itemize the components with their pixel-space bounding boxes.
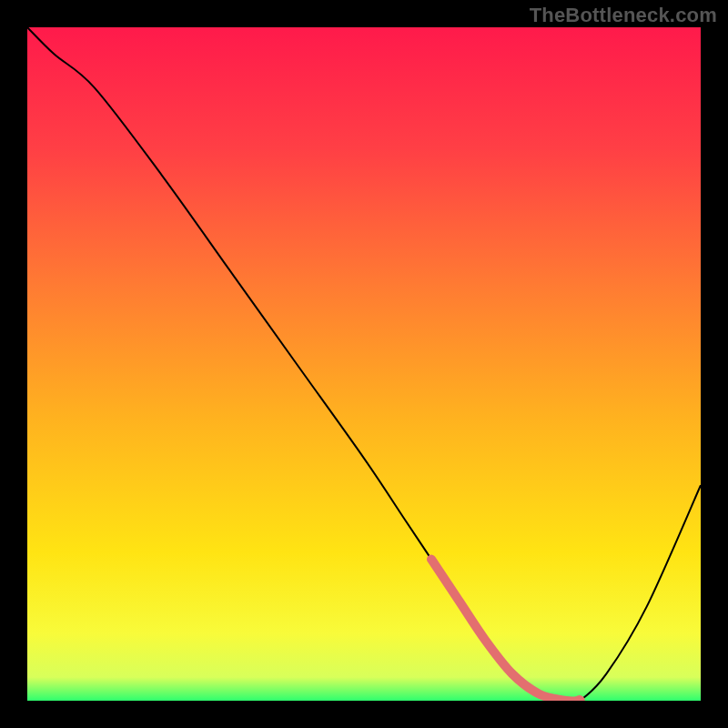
chart-container: TheBottleneck.com <box>0 0 728 728</box>
watermark-text: TheBottleneck.com <box>530 4 717 27</box>
gradient-background <box>27 27 701 701</box>
chart-svg <box>27 27 701 701</box>
plot-area <box>27 27 701 701</box>
